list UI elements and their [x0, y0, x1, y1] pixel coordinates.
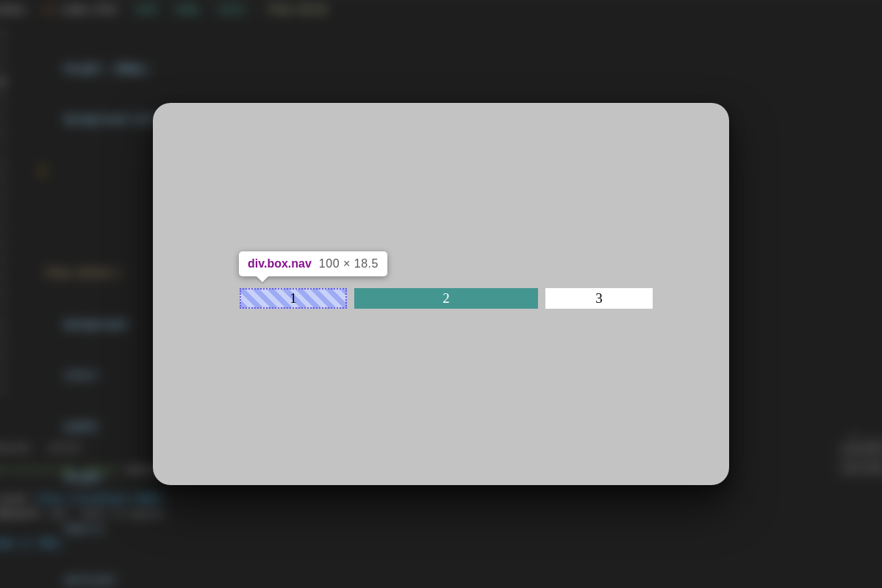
box-label: 2 [442, 290, 450, 306]
terminal-item[interactable]: zsh Term [839, 460, 882, 477]
breadcrumb-body[interactable]: body [176, 1, 199, 18]
browser-preview-window: div.box.nav 100 × 18.5 1 2 3 [153, 103, 729, 485]
breadcrumb-style[interactable]: style [217, 1, 245, 18]
chevron-right-icon: › [205, 1, 211, 18]
tooltip-tagname: div [248, 257, 264, 270]
tooltip-classes: .box.nav [264, 257, 312, 270]
devtools-element-tooltip: div.box.nav 100 × 18.5 [239, 251, 387, 276]
breadcrumb-html[interactable]: html [135, 1, 158, 18]
chevron-right-icon: › [165, 1, 171, 18]
panel-tab-output[interactable]: OUTPUT [49, 441, 82, 456]
flex-box-3[interactable]: 3 [545, 288, 653, 309]
flex-container: 1 2 3 [240, 288, 653, 309]
breadcrumb[interactable]: Flexbox › <> index.html › html › body › … [0, 0, 882, 22]
panel-tabs[interactable]: PROBLEMS OUTPUT [0, 441, 82, 456]
flex-box-2[interactable]: 2 [354, 288, 538, 309]
breadcrumb-file[interactable]: index.html [60, 1, 118, 18]
panel-tab-problems[interactable]: PROBLEMS [0, 441, 31, 456]
breadcrumb-rule[interactable]: .flex-child [263, 1, 326, 18]
box-label: 1 [290, 290, 297, 306]
flex-box-1-inspected[interactable]: 1 [240, 288, 347, 309]
chevron-right-icon: › [124, 1, 130, 18]
tooltip-dimensions: 100 × 18.5 [319, 257, 379, 270]
html-file-icon: <> [43, 1, 55, 18]
terminal-list[interactable]: zsh Main zsh Term [839, 441, 882, 478]
chevron-right-icon: › [32, 1, 37, 18]
terminal-item[interactable]: zsh Main [839, 441, 882, 458]
chevron-right-icon: › [251, 1, 257, 18]
box-label: 3 [595, 290, 603, 306]
breadcrumb-root[interactable]: Flexbox [0, 1, 26, 18]
